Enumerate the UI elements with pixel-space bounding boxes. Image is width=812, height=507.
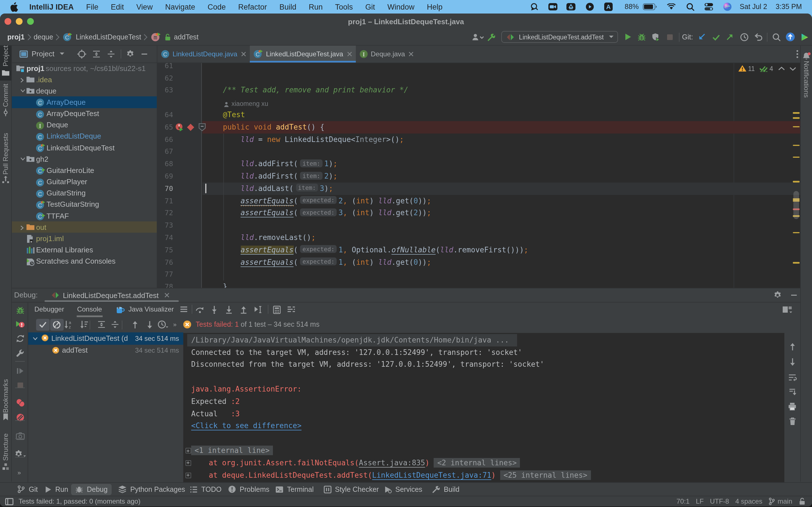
tree-item-scratches-and-consoles[interactable]: Scratches and Consoles [12,256,157,267]
error-stripe-mark[interactable] [793,181,800,182]
title-bar[interactable]: proj1 – LinkedListDequeTest.java [0,13,812,29]
soft-wrap-icon[interactable] [784,371,800,383]
tree-item--idea[interactable]: .idea [12,74,157,85]
menu-view[interactable]: View [137,3,153,11]
close-tab-icon[interactable] [408,51,414,57]
stripe-tab-structure[interactable]: Structure [0,435,11,476]
tree-item-ttfaf[interactable]: CTTFAF [12,210,157,221]
error-stripe-mark[interactable] [793,262,800,263]
toolwindow-button-python-packages[interactable]: Python Packages [118,483,185,496]
tree-item-linkedlistdequetest[interactable]: CLinkedListDequeTest [12,142,157,153]
wifi-icon[interactable] [666,3,676,10]
toolwindow-button-debug[interactable]: Debug [71,484,112,495]
console-layout-icon[interactable] [179,305,188,313]
expand-stack-icon[interactable] [185,448,191,453]
collapse-all-icon[interactable] [108,319,122,330]
tree-item-linkedlistdeque[interactable]: CLinkedListDeque [12,131,157,142]
toolwindow-button-run[interactable]: Run [45,483,68,496]
step-into-icon[interactable] [210,305,218,314]
tree-item-proj1[interactable]: proj1 sources root, ~/cs61bl/su22-s1 [12,62,157,74]
menu-refactor[interactable]: Refactor [238,3,267,11]
close-tab-icon[interactable] [241,51,246,57]
screen-capture-icon[interactable] [530,2,540,11]
tree-item-external-libraries[interactable]: External Libraries [12,244,157,256]
toolwindow-button-style-checker[interactable]: Style Checker [324,483,379,496]
console-link[interactable]: <Click to see difference> [191,421,301,430]
console-link[interactable]: LinkedListDequeTest.java:71 [372,471,492,479]
undo-button[interactable] [751,31,765,43]
scroll-to-end-icon[interactable] [784,386,800,398]
error-stripe-mark[interactable] [793,126,800,127]
clear-console-icon[interactable] [784,415,800,427]
error-stripe-mark[interactable] [793,145,800,146]
inspections-widget[interactable]: 114 [738,65,796,72]
toolwindow-button-git[interactable]: Git [17,483,38,496]
tab-debugger[interactable]: Debugger [28,302,70,317]
previous-failed-icon[interactable] [128,319,142,330]
expand-all-button[interactable] [92,50,101,59]
close-tab-icon[interactable] [347,51,352,57]
debug-button[interactable] [635,31,649,43]
tab-java-visualizer[interactable]: Java Visualizer [109,302,180,317]
thread-dump-icon[interactable] [12,431,28,442]
console-gray-link[interactable]: Assert.java:835 [359,459,425,467]
scroll-up-icon[interactable] [784,341,800,353]
tree-item-proj1-iml[interactable]: proj1.iml [12,233,157,244]
video-call-icon[interactable] [548,2,558,11]
run-to-cursor-icon[interactable] [254,305,263,314]
menu-tools[interactable]: Tools [335,3,353,11]
more-actions-icon[interactable]: » [12,467,28,478]
collapse-all-button[interactable] [107,50,116,59]
editor-scrollbar-thumb[interactable] [794,191,799,219]
readonly-lock-icon[interactable] [799,497,806,505]
fold-marker-icon[interactable] [199,123,206,131]
debug-console[interactable]: /Library/Java/JavaVirtualMachines/openjd… [183,333,784,482]
debug-settings-gear-icon[interactable] [773,291,782,300]
breadcrumb-project[interactable]: proj1 [7,33,24,41]
stripe-tab-pull-requests[interactable]: Pull Requests [0,135,11,187]
coverage-button[interactable] [649,31,663,43]
step-out-icon[interactable] [240,305,248,314]
local-history-button[interactable] [737,31,751,43]
test-settings-icon[interactable] [12,348,28,359]
tree-item-guitarherolite[interactable]: CGuitarHeroLite [12,165,157,176]
tree-item-out[interactable]: out [12,221,157,233]
toolwindow-button-services[interactable]: Services [384,483,422,496]
mute-breakpoints-icon[interactable] [12,412,28,423]
siri-icon[interactable] [723,2,732,11]
code-with-me-icon[interactable] [470,31,485,43]
plugin-play-icon[interactable] [797,31,811,43]
more-options-icon[interactable] [796,50,799,59]
debug-gear-icon[interactable] [12,448,28,460]
menu-window[interactable]: Window [388,3,414,11]
stop-icon[interactable] [12,380,28,391]
breadcrumb-package[interactable]: deque [34,33,53,41]
tab-console[interactable]: Console [71,302,108,317]
notifications-bell-icon[interactable] [802,52,811,61]
menu-navigate[interactable]: Navigate [165,3,195,11]
breadcrumb-method[interactable]: addTest [174,33,199,41]
sync-settings-button[interactable] [783,31,797,43]
chevron-down-icon[interactable] [59,52,65,56]
restore-layout-icon[interactable] [782,305,795,314]
tree-item-guitarplayer[interactable]: CGuitarPlayer [12,176,157,187]
error-stripe-mark[interactable] [793,232,800,233]
toolwindow-button-terminal[interactable]: Terminal [275,483,314,496]
view-threads-icon[interactable] [287,305,296,313]
toolwindow-button-build[interactable]: Build [432,483,460,496]
scroll-down-icon[interactable] [784,356,800,368]
prev-issue-icon[interactable] [778,66,785,71]
method-breakpoint-icon[interactable] [186,123,195,132]
git-push-button[interactable] [723,31,737,43]
warning-icon[interactable] [738,65,746,72]
menu-build[interactable]: Build [280,3,296,11]
build-project-button[interactable] [485,31,499,43]
code-editor[interactable]: 616263 /** Test add, remove and print be… [157,62,800,288]
error-stripe-mark[interactable] [793,117,800,119]
input-source-icon[interactable]: A [604,2,613,11]
test-history-icon[interactable] [156,319,170,330]
internal-lines-chip[interactable]: <2 internal lines> [434,458,520,467]
editor-tab-linkedlistdequetest-java[interactable]: CLinkedListDequeTest.java [250,45,356,62]
run-configuration-select[interactable]: LinkedListDequeTest.addTest [502,31,618,43]
internal-lines-chip[interactable]: <25 internal lines> [500,470,591,480]
